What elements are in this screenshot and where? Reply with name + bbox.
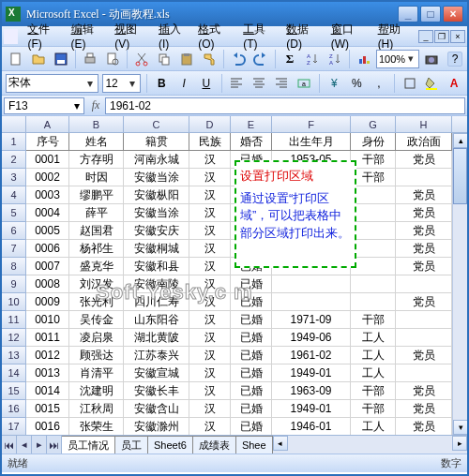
format-painter-icon[interactable]	[199, 49, 219, 69]
align-left-icon[interactable]	[228, 73, 247, 94]
cell[interactable]: 党员	[396, 293, 452, 311]
row-header[interactable]: 11	[2, 311, 26, 329]
cell[interactable]: 汉	[189, 222, 231, 240]
row-header[interactable]: 9	[2, 275, 26, 293]
cell[interactable]: 汉	[189, 347, 231, 364]
col-header[interactable]: A	[26, 116, 69, 132]
cell[interactable]: 序号	[26, 133, 69, 151]
col-header[interactable]: G	[351, 116, 396, 132]
cell[interactable]: 1961-02	[272, 347, 351, 364]
cell[interactable]: 党员	[396, 151, 452, 169]
chart-icon[interactable]	[354, 49, 374, 69]
row-header[interactable]: 6	[2, 222, 26, 240]
row-header[interactable]: 3	[2, 169, 26, 186]
cell[interactable]: 0016	[26, 418, 69, 435]
open-icon[interactable]	[28, 49, 49, 69]
cell[interactable]: 党员	[396, 258, 452, 275]
col-header[interactable]: C	[124, 116, 189, 132]
cell[interactable]: 0005	[26, 222, 69, 240]
cell[interactable]: 0012	[26, 347, 69, 364]
menu-format[interactable]: 格式(O)	[194, 20, 239, 52]
cell[interactable]: 0001	[26, 151, 69, 169]
menu-tools[interactable]: 工具(T)	[239, 20, 282, 52]
align-right-icon[interactable]	[272, 73, 291, 94]
tab-nav-prev-icon[interactable]: ◂	[17, 436, 32, 454]
print-preview-icon[interactable]	[102, 49, 123, 69]
cell[interactable]: 张光利	[69, 293, 124, 311]
cell[interactable]: 刘汉发	[69, 275, 124, 293]
cell[interactable]: 已婚	[231, 400, 272, 418]
tab-nav-first-icon[interactable]: ⏮	[2, 436, 17, 454]
row-header[interactable]: 5	[2, 204, 26, 222]
cell[interactable]: 党员	[396, 347, 452, 364]
cell[interactable]	[272, 275, 351, 293]
row-header[interactable]: 16	[2, 400, 26, 418]
cell[interactable]: 安徽滁州	[124, 418, 189, 435]
menu-help[interactable]: 帮助(H)	[374, 20, 418, 52]
scroll-left-icon[interactable]: ◂	[273, 436, 288, 451]
sheet-tab[interactable]: 成绩表	[193, 436, 236, 454]
cell[interactable]: 杨祁生	[69, 240, 124, 258]
row-header[interactable]: 12	[2, 329, 26, 347]
cell[interactable]: 江苏泰兴	[124, 347, 189, 364]
cell[interactable]: 汉	[189, 204, 231, 222]
cell[interactable]: 1949-01	[272, 400, 351, 418]
vertical-scrollbar[interactable]: ▴ ▾	[452, 133, 467, 435]
cell[interactable]: 1949-06	[272, 329, 351, 347]
new-icon[interactable]	[6, 49, 26, 69]
cell[interactable]	[351, 204, 396, 222]
cell[interactable]: 汉	[189, 364, 231, 382]
cell[interactable]: 干部	[351, 311, 396, 329]
col-header[interactable]: E	[231, 116, 272, 132]
cell[interactable]: 0003	[26, 186, 69, 204]
mdi-minimize-button[interactable]: _	[418, 30, 433, 43]
zoom-combo[interactable]: 100%▾	[376, 50, 419, 68]
cell[interactable]	[396, 329, 452, 347]
row-header[interactable]: 10	[2, 293, 26, 311]
cell[interactable]: 汉	[189, 418, 231, 435]
row-header[interactable]: 13	[2, 347, 26, 364]
cell[interactable]: 0007	[26, 258, 69, 275]
cell[interactable]: 1971-09	[272, 311, 351, 329]
cell[interactable]: 安徽和县	[124, 258, 189, 275]
scroll-up-icon[interactable]: ▴	[453, 133, 467, 148]
mdi-restore-button[interactable]: ❐	[434, 30, 449, 43]
col-header[interactable]: F	[272, 116, 351, 132]
worksheet-grid[interactable]: A B C D E F G H 1序号姓名籍贯民族婚否出生年月身份政治面2000…	[2, 116, 467, 435]
font-name-combo[interactable]: 宋体 ▾	[6, 74, 98, 93]
sort-asc-icon[interactable]: AZ	[302, 49, 323, 69]
scroll-right-icon[interactable]: ▸	[452, 436, 467, 451]
cell[interactable]: 干部	[351, 400, 396, 418]
save-icon[interactable]	[51, 49, 71, 69]
cell[interactable]	[351, 186, 396, 204]
cell[interactable]: 汉	[189, 400, 231, 418]
col-header[interactable]: B	[69, 116, 124, 132]
row-header[interactable]: 2	[2, 151, 26, 169]
row-header[interactable]: 7	[2, 240, 26, 258]
cell[interactable]: 安徽枞阳	[124, 186, 189, 204]
cell[interactable]: 沈建明	[69, 382, 124, 400]
cell[interactable]: 安徽当涂	[124, 204, 189, 222]
row-header[interactable]: 14	[2, 364, 26, 382]
cell[interactable]: 已婚	[231, 347, 272, 364]
cell[interactable]: 0011	[26, 329, 69, 347]
cell[interactable]	[396, 275, 452, 293]
fill-color-icon[interactable]	[423, 73, 442, 94]
cell[interactable]: 安徽含山	[124, 400, 189, 418]
cell[interactable]: 薛平	[69, 204, 124, 222]
cell[interactable]: 0006	[26, 240, 69, 258]
mdi-close-button[interactable]: ×	[450, 30, 465, 43]
sheet-tab[interactable]: 员工情况	[62, 436, 115, 454]
row-header[interactable]: 17	[2, 418, 26, 435]
cell[interactable]: 汉	[189, 382, 231, 400]
cell[interactable]: 汉	[189, 240, 231, 258]
camera-icon[interactable]	[421, 49, 442, 69]
cell[interactable]	[351, 293, 396, 311]
cell[interactable]: 政治面	[396, 133, 452, 151]
sheet-tab[interactable]: Shee	[236, 436, 273, 454]
cell[interactable]: 江秋周	[69, 400, 124, 418]
cell[interactable]: 汉	[189, 293, 231, 311]
cell[interactable]: 党员	[396, 400, 452, 418]
row-header[interactable]: 8	[2, 258, 26, 275]
cell[interactable]: 安徽当涂	[124, 169, 189, 186]
